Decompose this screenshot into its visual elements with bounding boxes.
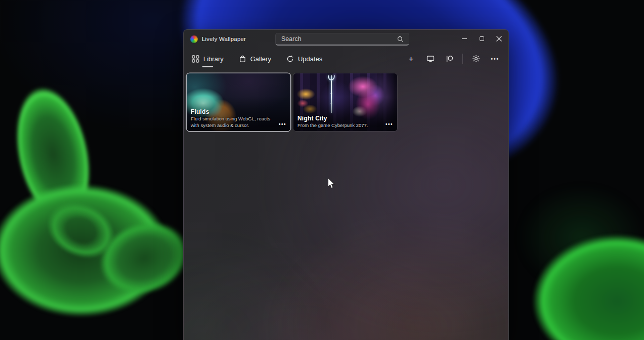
- close-icon: [496, 36, 502, 41]
- app-title: Lively Wallpaper: [202, 36, 246, 42]
- ellipsis-icon: •••: [491, 56, 499, 62]
- tab-updates-label: Updates: [298, 55, 322, 63]
- bag-icon: [239, 55, 246, 63]
- minimize-icon: [462, 38, 467, 39]
- lively-wallpaper-window: Lively Wallpaper: [183, 29, 509, 340]
- tab-updates[interactable]: Updates: [285, 53, 323, 65]
- card-menu-button[interactable]: •••: [385, 121, 393, 127]
- titlebar: Lively Wallpaper: [184, 30, 508, 48]
- tab-gallery-label: Gallery: [250, 55, 271, 63]
- card-menu-button[interactable]: •••: [279, 121, 286, 127]
- search-box[interactable]: [275, 33, 409, 46]
- card-description: From the game Cyberpunk 2077.: [297, 122, 380, 129]
- maximize-button[interactable]: [473, 30, 490, 47]
- search-icon[interactable]: [397, 36, 404, 42]
- patreon-icon: [446, 55, 453, 63]
- add-wallpaper-button[interactable]: +: [403, 51, 419, 66]
- wallpaper-card-night-city[interactable]: Night City From the game Cyberpunk 2077.…: [293, 73, 397, 131]
- tab-strip: Library Gallery Updates: [184, 53, 323, 65]
- card-title: Fluids: [191, 108, 273, 115]
- card-text: Fluids Fluid simulation using WebGL, rea…: [191, 108, 273, 129]
- minimize-button[interactable]: [456, 30, 473, 47]
- tab-library[interactable]: Library: [191, 53, 225, 65]
- action-bar: +: [403, 48, 503, 69]
- tab-gallery[interactable]: Gallery: [238, 53, 272, 65]
- card-title: Night City: [297, 115, 380, 122]
- app-identity: Lively Wallpaper: [184, 35, 246, 43]
- toolbar-divider: [462, 54, 463, 64]
- monitor-icon: [426, 55, 435, 63]
- search-input[interactable]: [276, 35, 397, 42]
- settings-button[interactable]: [467, 51, 484, 66]
- close-button[interactable]: [490, 30, 507, 47]
- wallpaper-grid: Fluids Fluid simulation using WebGL, rea…: [184, 69, 508, 131]
- maximize-icon: [480, 36, 484, 41]
- wallpaper-card-fluids[interactable]: Fluids Fluid simulation using WebGL, rea…: [187, 73, 290, 131]
- grid-icon: [192, 55, 199, 63]
- gear-icon: [472, 55, 480, 63]
- card-text: Night City From the game Cyberpunk 2077.: [297, 115, 380, 129]
- app-logo-icon: [190, 35, 198, 43]
- plus-icon: +: [409, 55, 414, 63]
- card-description: Fluid simulation using WebGL, reacts wit…: [191, 116, 273, 129]
- refresh-icon: [286, 55, 294, 63]
- active-tab-indicator: [202, 66, 213, 67]
- patreon-button[interactable]: [441, 51, 458, 66]
- nav-row: Library Gallery Updates +: [184, 48, 508, 69]
- screen-layout-button[interactable]: [422, 51, 439, 66]
- more-options-button[interactable]: •••: [487, 51, 503, 66]
- tab-library-label: Library: [203, 55, 224, 63]
- window-controls: [456, 30, 507, 48]
